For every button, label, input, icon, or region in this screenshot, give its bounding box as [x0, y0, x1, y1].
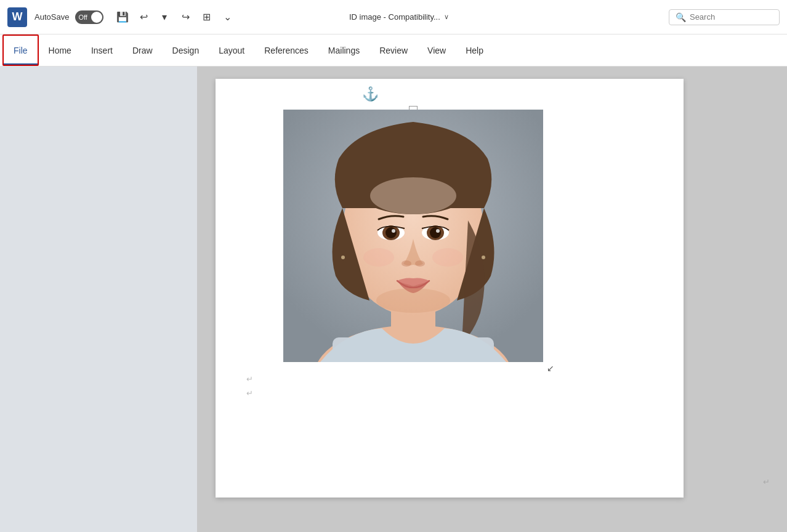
anchor-icon: ⚓ — [362, 86, 379, 102]
word-logo: W — [7, 7, 27, 27]
autosave-label: AutoSave — [34, 12, 69, 22]
doc-title-chevron[interactable]: ∨ — [444, 13, 449, 21]
customize-button[interactable]: ⊞ — [197, 8, 216, 26]
tab-review[interactable]: Review — [369, 34, 418, 66]
svg-point-7 — [370, 177, 456, 214]
tab-view[interactable]: View — [418, 34, 456, 66]
svg-point-21 — [482, 256, 485, 259]
svg-point-14 — [430, 227, 441, 238]
tab-file[interactable]: File — [2, 34, 39, 66]
svg-point-16 — [402, 260, 411, 267]
customize-dropdown-button[interactable]: ⌄ — [218, 8, 236, 26]
document-page: ⚓ — [216, 79, 684, 498]
svg-point-15 — [436, 229, 440, 233]
svg-point-18 — [363, 248, 394, 267]
tab-layout[interactable]: Layout — [209, 34, 254, 66]
document-area: ⚓ — [197, 66, 787, 532]
toggle-off-text: Off — [78, 14, 87, 21]
portrait-svg — [283, 110, 543, 362]
svg-point-22 — [376, 288, 450, 313]
resize-handle-br[interactable]: ↙ — [547, 363, 554, 373]
redo-button[interactable]: ↪ — [176, 8, 195, 26]
search-box: 🔍 — [669, 9, 780, 25]
title-bar: W AutoSave Off 💾 ↩ ▾ ↪ ⊞ ⌄ ID image - Co… — [0, 0, 787, 34]
tab-references[interactable]: References — [254, 34, 318, 66]
ribbon-bar: File Home Insert Draw Design Layout Refe… — [0, 34, 787, 66]
svg-point-19 — [432, 248, 463, 267]
svg-point-11 — [392, 229, 395, 233]
paragraph-marks: ↵ ↵ — [246, 374, 653, 398]
left-pane — [0, 66, 197, 532]
page-end-return-arrow: ↵ — [763, 477, 770, 486]
main-area: ⚓ — [0, 66, 787, 532]
svg-point-17 — [415, 260, 425, 267]
undo-dropdown-button[interactable]: ▾ — [155, 8, 174, 26]
autosave-toggle[interactable]: Off — [75, 10, 103, 24]
tab-mailings[interactable]: Mailings — [318, 34, 369, 66]
search-input[interactable] — [690, 12, 764, 22]
undo-button[interactable]: ↩ — [134, 8, 153, 26]
image-container[interactable]: ↙ — [283, 110, 543, 362]
tab-home[interactable]: Home — [39, 34, 81, 66]
return-arrow-2: ↵ — [246, 389, 653, 398]
search-icon: 🔍 — [676, 12, 686, 22]
tab-draw[interactable]: Draw — [123, 34, 163, 66]
doc-title-area: ID image - Compatibility... ∨ — [349, 12, 449, 22]
return-arrow-1: ↵ — [246, 374, 653, 384]
tab-help[interactable]: Help — [456, 34, 493, 66]
toolbar-icons: 💾 ↩ ▾ ↪ ⊞ ⌄ — [113, 8, 236, 26]
doc-title-text: ID image - Compatibility... — [349, 12, 440, 22]
tab-design[interactable]: Design — [163, 34, 209, 66]
tab-insert[interactable]: Insert — [81, 34, 123, 66]
save-button[interactable]: 💾 — [113, 8, 132, 26]
portrait-photo — [283, 110, 543, 362]
toggle-knob — [91, 12, 102, 23]
svg-point-10 — [385, 227, 397, 238]
svg-point-20 — [341, 256, 345, 259]
